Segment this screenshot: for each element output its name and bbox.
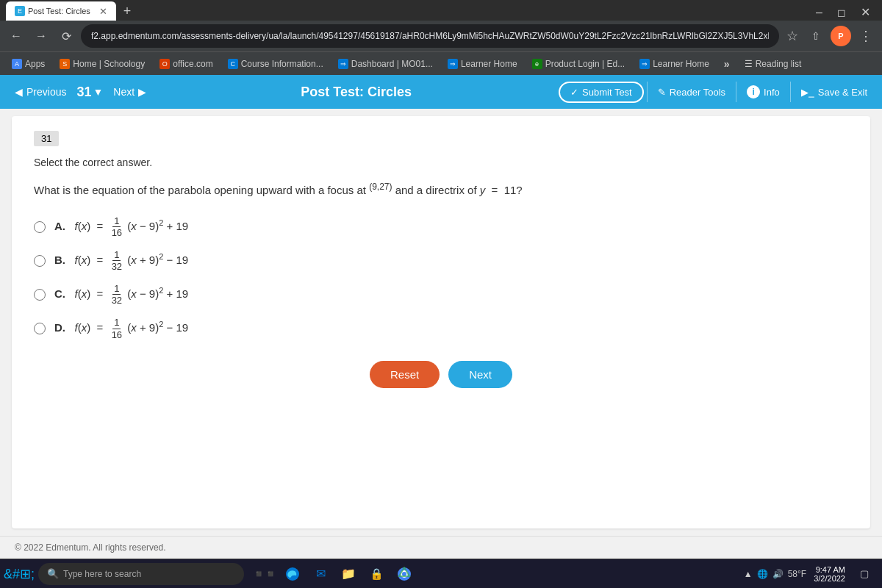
learner2-favicon: ⇒: [639, 59, 650, 69]
bookmark-dashboard[interactable]: ⇒ Dashboard | MO01...: [332, 57, 439, 71]
temp-display: 58°F: [788, 569, 806, 579]
radio-a[interactable]: [34, 221, 46, 233]
bookmark-apps[interactable]: A Apps: [6, 57, 51, 71]
bookmark-office[interactable]: O office.com: [154, 57, 218, 71]
question-number-dropdown[interactable]: 31 ▼: [76, 85, 103, 100]
submit-test-btn[interactable]: ✓ Submit Test: [559, 82, 644, 103]
reload-btn[interactable]: ⟳: [56, 26, 76, 46]
next-toolbar-label: Next: [113, 86, 135, 98]
reader-tools-btn[interactable]: ✎ Reader Tools: [650, 83, 733, 101]
info-btn[interactable]: i Info: [739, 82, 787, 102]
divider-3: [790, 82, 791, 102]
toolbar-right: ✓ Submit Test ✎ Reader Tools i Info ▶⎯ S…: [559, 82, 875, 103]
tab-bar: E Post Test: Circles ✕ + – ◻ ✕: [0, 0, 882, 21]
footer: © 2022 Edmentum. All rights reserved.: [0, 536, 882, 559]
save-exit-btn[interactable]: ▶⎯ Save & Exit: [794, 83, 875, 101]
bookmark-course-label: Course Information...: [241, 59, 323, 69]
tab-close[interactable]: ✕: [99, 6, 107, 17]
notification-btn[interactable]: ▢: [853, 562, 876, 586]
close-btn[interactable]: ✕: [855, 4, 876, 21]
option-b: B. f(x) = 132 (x + 9)2 − 19: [34, 249, 848, 273]
schoology-favicon: S: [60, 59, 70, 69]
learner1-favicon: ⇒: [448, 59, 458, 69]
button-row: Reset Next: [34, 361, 848, 388]
taskview-btn[interactable]: ◾◾: [253, 562, 276, 586]
start-btn[interactable]: &#⊞;: [6, 561, 32, 587]
taskbar-clock[interactable]: 9:47 AM 3/2/2022: [814, 565, 845, 583]
volume-icon[interactable]: 🔊: [772, 569, 784, 579]
frac-d: 116: [110, 317, 123, 340]
reading-list-label: Reading list: [756, 59, 802, 69]
chevron-up-icon[interactable]: ▲: [744, 569, 753, 579]
radio-c[interactable]: [34, 289, 46, 301]
bookmark-learner1-label: Learner Home: [461, 59, 517, 69]
radio-b[interactable]: [34, 255, 46, 267]
chrome-icon[interactable]: [392, 562, 416, 586]
bookmarks-bar: A Apps S Home | Schoology O office.com C…: [0, 51, 882, 75]
profile-btn[interactable]: P: [831, 26, 851, 46]
menu-btn[interactable]: ⋮: [856, 26, 876, 46]
restore-btn[interactable]: ◻: [831, 5, 852, 20]
dashboard-favicon: ⇒: [338, 59, 348, 69]
new-tab-btn[interactable]: +: [118, 1, 137, 21]
office-favicon: O: [159, 59, 170, 69]
active-tab[interactable]: E Post Test: Circles ✕: [6, 1, 116, 21]
bookmark-star-btn[interactable]: ☆: [784, 25, 801, 47]
taskbar-search[interactable]: 🔍 Type here to search: [38, 563, 244, 585]
bookmark-product-label: Product Login | Ed...: [545, 59, 625, 69]
info-circle-icon: i: [747, 85, 760, 98]
apps-favicon: A: [12, 59, 22, 69]
next-question-btn[interactable]: Next: [448, 361, 512, 388]
answer-options: A. f(x) = 116 (x − 9)2 + 19 B. f(x) = 13…: [34, 215, 848, 341]
chrome-logo-icon: [397, 567, 412, 581]
previous-btn[interactable]: ◀ Previous: [7, 82, 74, 102]
option-c-label[interactable]: C. f(x) = 132 (x − 9)2 + 19: [54, 283, 188, 306]
option-b-label[interactable]: B. f(x) = 132 (x + 9)2 − 19: [54, 249, 188, 273]
option-d-label[interactable]: D. f(x) = 116 (x + 9)2 − 19: [54, 317, 188, 340]
next-icon: ▶: [138, 86, 146, 98]
previous-icon: ◀: [15, 86, 23, 98]
option-a: A. f(x) = 116 (x − 9)2 + 19: [34, 215, 848, 239]
question-num-value: 31: [76, 85, 91, 100]
option-a-label[interactable]: A. f(x) = 116 (x − 9)2 + 19: [54, 215, 188, 239]
forward-btn[interactable]: →: [31, 26, 51, 46]
share-btn[interactable]: ⇧: [806, 26, 826, 46]
radio-d[interactable]: [34, 323, 46, 334]
bookmark-reading-list[interactable]: ☰ Reading list: [739, 57, 808, 71]
previous-label: Previous: [26, 86, 66, 98]
frac-b: 132: [110, 249, 123, 273]
save-icon: ▶⎯: [801, 87, 814, 98]
bookmark-office-label: office.com: [173, 59, 212, 69]
more-chevron: »: [724, 58, 730, 70]
taskbar-search-placeholder: Type here to search: [63, 569, 141, 579]
edge-browser-icon[interactable]: [281, 562, 304, 586]
lock-icon[interactable]: 🔒: [365, 562, 388, 586]
reset-btn[interactable]: Reset: [370, 361, 440, 388]
reader-tools-label: Reader Tools: [670, 87, 725, 98]
question-text: What is the equation of the parabola ope…: [34, 180, 848, 199]
mail-icon[interactable]: ✉: [309, 562, 332, 586]
clock-date: 3/2/2022: [814, 574, 845, 583]
question-instruction: Select the correct answer.: [34, 157, 848, 168]
windows-icon: &#⊞;: [4, 566, 35, 582]
bookmark-learner2[interactable]: ⇒ Learner Home: [634, 57, 715, 71]
taskbar: &#⊞; 🔍 Type here to search ◾◾ ✉ 📁 🔒: [0, 559, 882, 588]
copyright-text: © 2022 Edmentum. All rights reserved.: [15, 542, 166, 553]
bookmark-schoology[interactable]: S Home | Schoology: [54, 57, 151, 71]
tab-favicon: E: [15, 6, 25, 16]
address-input[interactable]: [81, 24, 779, 48]
temperature-value: 58°F: [788, 569, 806, 579]
submit-check-icon: ✓: [570, 87, 578, 98]
bookmark-course[interactable]: C Course Information...: [222, 57, 329, 71]
minimize-btn[interactable]: –: [810, 4, 828, 21]
folder-icon[interactable]: 📁: [337, 562, 360, 586]
option-d: D. f(x) = 116 (x + 9)2 − 19: [34, 317, 848, 340]
next-toolbar-btn[interactable]: Next ▶: [106, 82, 154, 102]
bookmark-learner1[interactable]: ⇒ Learner Home: [442, 57, 523, 71]
bookmark-more[interactable]: »: [718, 56, 736, 72]
edge-icon: [285, 567, 300, 581]
back-btn[interactable]: ←: [6, 26, 26, 46]
dropdown-chevron: ▼: [93, 86, 104, 98]
course-favicon: C: [228, 59, 238, 69]
bookmark-product[interactable]: e Product Login | Ed...: [526, 57, 631, 71]
